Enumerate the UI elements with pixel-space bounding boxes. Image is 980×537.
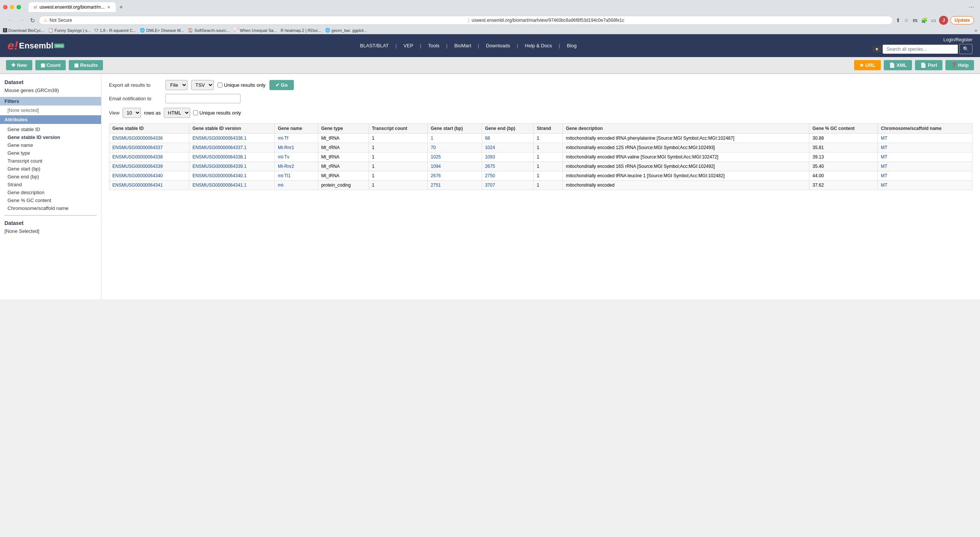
gene-end-link[interactable]: 3707 xyxy=(485,183,495,188)
sidebar-item-scaffold-name[interactable]: Chromosome/scaffold name xyxy=(0,204,101,212)
scaffold-name-link[interactable]: MT xyxy=(881,164,887,169)
rows-count-select[interactable]: 10 xyxy=(123,108,141,118)
search-button[interactable]: 🔍 xyxy=(959,44,972,54)
m-button[interactable]: m xyxy=(912,16,918,24)
gene-name-link[interactable]: Mt-Rnr1 xyxy=(278,145,294,150)
new-tab-button[interactable]: + xyxy=(116,2,126,12)
results-button[interactable]: ▦ Results xyxy=(69,60,103,70)
bookmarks-more[interactable]: » xyxy=(975,28,977,33)
gene-stable-id-version-link[interactable]: ENSMUSG00000064339.1 xyxy=(192,164,247,169)
user-avatar[interactable]: J xyxy=(939,16,948,25)
help-button[interactable]: ❓ Help xyxy=(945,60,974,70)
ensembl-logo[interactable]: e! Ensembl West xyxy=(8,39,64,52)
scaffold-name-link[interactable]: MT xyxy=(881,173,887,178)
gene-start-link[interactable]: 2676 xyxy=(431,173,441,178)
nav-blog[interactable]: Blog xyxy=(567,43,577,48)
bookmark-geombar[interactable]: 🌐 geom_bar. ggplot... xyxy=(325,28,367,33)
email-input[interactable] xyxy=(165,94,240,103)
tab-close-button[interactable]: ✕ xyxy=(107,5,110,10)
fullscreen-dot[interactable] xyxy=(16,5,21,10)
unique-view-checkbox[interactable] xyxy=(193,110,198,115)
sidebar-button[interactable]: ▭ xyxy=(931,16,937,24)
scaffold-name-link[interactable]: MT xyxy=(881,145,887,150)
gene-start-link[interactable]: 2751 xyxy=(431,183,441,188)
gene-end-link[interactable]: 68 xyxy=(485,135,490,141)
go-button[interactable]: ✔ Go xyxy=(269,80,294,90)
sidebar-item-gc-content[interactable]: Gene % GC content xyxy=(0,196,101,204)
xml-button[interactable]: 📄 XML xyxy=(884,60,912,70)
bookmark-heatmap[interactable]: R heatmap.2 | RDoc... xyxy=(281,28,321,33)
perl-button[interactable]: 📄 Perl xyxy=(915,60,942,70)
gene-name-link[interactable]: mt-Tv xyxy=(278,154,290,160)
sidebar-item-strand[interactable]: Strand xyxy=(0,181,101,189)
nav-downloads[interactable]: Downloads xyxy=(486,43,510,48)
gene-name-link[interactable]: mt-Tf xyxy=(278,135,288,141)
active-tab[interactable]: e! uswest.ensembl.org/biomart/m... ✕ xyxy=(29,2,116,12)
search-input[interactable] xyxy=(883,45,958,54)
back-button[interactable]: ← xyxy=(6,16,15,24)
bookmark-softsearch[interactable]: 🏠 SoftSearch-sourc... xyxy=(188,28,230,33)
gene-stable-id-version-link[interactable]: ENSMUSG00000064338.1 xyxy=(192,154,247,160)
sidebar-item-gene-start[interactable]: Gene start (bp) xyxy=(0,165,101,173)
gene-end-link[interactable]: 2675 xyxy=(485,164,495,169)
sidebar-item-gene-name[interactable]: Gene name xyxy=(0,141,101,149)
bookmark-rsquared[interactable]: 🛡 1.8 - R-squared C... xyxy=(94,28,136,33)
sidebar-item-gene-type[interactable]: Gene type xyxy=(0,149,101,157)
count-button[interactable]: ▦ Count xyxy=(35,60,66,70)
gene-end-link[interactable]: 2750 xyxy=(485,173,495,178)
gene-start-link[interactable]: 70 xyxy=(431,145,436,150)
nav-biomart[interactable]: BioMart xyxy=(454,43,471,48)
bookmark-funny[interactable]: 📋 Funny Sayings | s... xyxy=(48,28,91,33)
gene-end-link[interactable]: 1093 xyxy=(485,154,495,160)
nav-vep[interactable]: VEP xyxy=(404,43,414,48)
gene-end-link[interactable]: 1024 xyxy=(485,145,495,150)
nav-tools[interactable]: Tools xyxy=(428,43,439,48)
export-format-select[interactable]: File xyxy=(165,80,188,90)
gene-name-link[interactable]: mt- xyxy=(278,183,284,188)
sidebar-item-transcript-count[interactable]: Transcript count xyxy=(0,157,101,165)
gene-start-link[interactable]: 1094 xyxy=(431,164,441,169)
address-bar[interactable]: ⚠ Not Secure | uswest.ensembl.org/biomar… xyxy=(39,16,893,25)
bookmark-biocyc[interactable]: 🅱 Download BioCyc... xyxy=(3,28,45,33)
gene-name-link[interactable]: mt-Tl1 xyxy=(278,173,291,178)
new-button[interactable]: ✚ New xyxy=(6,60,32,70)
format-select[interactable]: HTML xyxy=(164,108,190,118)
sidebar-item-gene-description[interactable]: Gene description xyxy=(0,189,101,196)
species-selector[interactable]: ▼ xyxy=(873,46,881,52)
gene-stable-id-version-link[interactable]: ENSMUSG00000064340.1 xyxy=(192,173,247,178)
gene-stable-id-version-link[interactable]: ENSMUSG00000064336.1 xyxy=(192,135,247,141)
sidebar-item-gene-stable-id[interactable]: Gene stable ID xyxy=(0,126,101,133)
gene-stable-id-version-link[interactable]: ENSMUSG00000064337.1 xyxy=(192,145,247,150)
gene-stable-id-link[interactable]: ENSMUSG00000064337 xyxy=(112,145,163,150)
reload-button[interactable]: ↻ xyxy=(29,16,37,25)
gene-stable-id-version-link[interactable]: ENSMUSG00000064341.1 xyxy=(192,183,247,188)
nav-help[interactable]: Help & Docs xyxy=(525,43,552,48)
login-register-link[interactable]: Login/Register xyxy=(943,37,972,43)
filters-category[interactable]: Filters xyxy=(0,97,101,105)
extensions-button[interactable]: 🧩 xyxy=(920,16,928,24)
nav-blast[interactable]: BLAST/BLAT xyxy=(360,43,388,48)
gene-stable-id-link[interactable]: ENSMUSG00000064336 xyxy=(112,135,163,141)
unique-results-check-label[interactable]: Unique results only xyxy=(218,82,266,88)
scaffold-name-link[interactable]: MT xyxy=(881,154,887,160)
unique-results-checkbox[interactable] xyxy=(218,83,223,87)
gene-stable-id-link[interactable]: ENSMUSG00000064341 xyxy=(112,183,163,188)
gene-start-link[interactable]: 1025 xyxy=(431,154,441,160)
gene-stable-id-link[interactable]: ENSMUSG00000064338 xyxy=(112,154,163,160)
minimize-dot[interactable] xyxy=(10,5,14,10)
share-button[interactable]: ⬆ xyxy=(895,16,901,24)
attributes-category[interactable]: Attributes xyxy=(0,115,101,124)
url-button[interactable]: ★ URL xyxy=(854,60,881,70)
update-button[interactable]: Update xyxy=(950,16,974,24)
close-dot[interactable] xyxy=(3,5,8,10)
bookmark-dmle[interactable]: 🌐 DMLE+ Disease M... xyxy=(140,28,184,33)
unique-view-check-label[interactable]: Unique results only xyxy=(193,110,241,116)
scaffold-name-link[interactable]: MT xyxy=(881,183,887,188)
bookmark-unequal[interactable]: 📈 When Unequal Sa... xyxy=(233,28,277,33)
gene-name-link[interactable]: Mt-Rnr2 xyxy=(278,164,294,169)
gene-stable-id-link[interactable]: ENSMUSG00000064339 xyxy=(112,164,163,169)
gene-start-link[interactable]: 1 xyxy=(431,135,433,141)
export-type-select[interactable]: TSV xyxy=(191,80,214,90)
sidebar-item-gene-stable-id-version[interactable]: Gene stable ID version xyxy=(0,133,101,141)
forward-button[interactable]: → xyxy=(17,16,26,24)
